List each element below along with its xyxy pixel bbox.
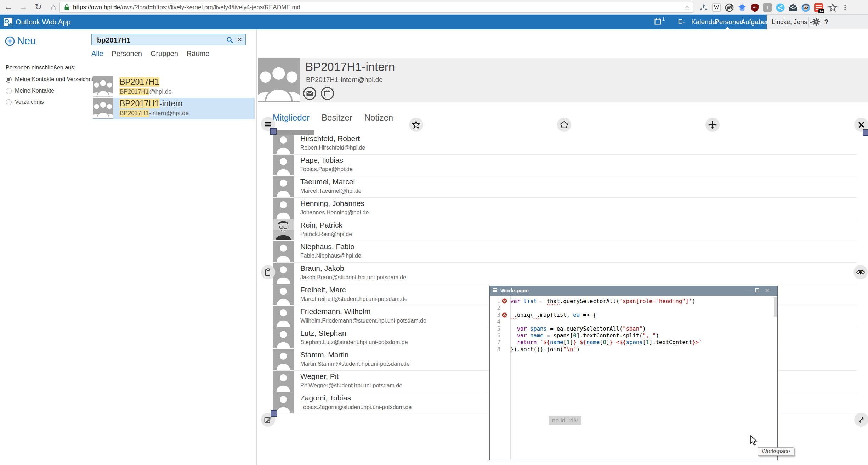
extension-no-video-icon[interactable] <box>724 2 734 13</box>
search-filter-tab[interactable]: Alle <box>91 50 103 58</box>
member-row[interactable]: Taeumel, Marcel Marcel.Taeumel@hpi.de <box>273 176 857 198</box>
contact-source-options: Meine Kontakte und Verzeichnis Meine Kon… <box>6 74 96 108</box>
member-row[interactable]: Pape, Tobias Tobias.Pape@hpi.de <box>273 155 857 176</box>
code-line[interactable]: 6 var name = spans[0].textContent.split(… <box>490 332 777 339</box>
search-filter-tab[interactable]: Gruppen <box>151 50 178 58</box>
code-text: }).sort()).join("\n") <box>508 346 580 353</box>
extension-ublock-icon[interactable]: uo <box>749 2 760 13</box>
extension-gray-icon[interactable]: I <box>762 2 773 13</box>
owa-nav-item[interactable]: Kalender <box>691 15 714 29</box>
halo-corner-handle[interactable] <box>271 410 277 417</box>
extension-wikipedia-icon[interactable]: W <box>711 2 722 13</box>
new-contact-button[interactable]: Neu <box>5 35 36 47</box>
code-line[interactable]: 5 var spans = ea.querySelectorAll("span"… <box>490 326 777 332</box>
code-line[interactable]: 2 <box>490 305 777 312</box>
contact-tab[interactable]: Besitzer <box>322 113 352 123</box>
contact-tab[interactable]: Mitglieder <box>273 113 310 123</box>
member-email: Robert.Hirschfeld@hpi.de <box>300 145 365 151</box>
extension-inbox-icon[interactable] <box>788 2 798 13</box>
contact-source-option[interactable]: Meine Kontakte und Verzeichnis <box>6 74 96 85</box>
member-row[interactable]: Henning, Johannes Johannes.Henning@hpi.d… <box>273 198 857 219</box>
halo-corner-handle[interactable] <box>863 129 868 136</box>
code-line[interactable]: 3_.uniq(_.map(list, ea => { <box>490 312 777 319</box>
member-row[interactable]: Braun, Jakob Jakob.Braun@student.hpi.uni… <box>273 263 857 284</box>
member-row[interactable]: Rein, Patrick Patrick.Rein@hpi.de <box>273 219 857 241</box>
people-search-input[interactable]: bp2017H1 ✕ <box>91 34 246 45</box>
radio-label: Verzeichnis <box>15 99 44 105</box>
search-filter-tab[interactable]: Räume <box>187 50 209 58</box>
code-text: var name = spans[0].textContent.split(",… <box>508 332 659 339</box>
reload-icon[interactable]: ↻ <box>33 2 44 12</box>
back-icon[interactable]: ← <box>3 2 14 12</box>
halo-inspect-button[interactable] <box>853 265 868 279</box>
extension-scholar-icon[interactable] <box>737 2 747 13</box>
owa-nav-item[interactable]: Personen <box>715 15 740 29</box>
extension-todoist-icon[interactable]: 14 <box>813 2 824 13</box>
search-result-row[interactable]: BP2017H1 BP2017H1@hpi.de <box>93 76 255 98</box>
halo-drag-bar[interactable] <box>277 130 314 135</box>
radio-button[interactable] <box>6 77 12 83</box>
result-email: BP2017H1@hpi.de <box>119 88 172 95</box>
pentagon-icon <box>560 121 568 129</box>
extension-recycle-icon[interactable] <box>698 2 709 13</box>
owa-nav-item[interactable]: Aufgaben <box>741 15 766 29</box>
settings-button[interactable] <box>812 18 820 27</box>
clear-search-icon[interactable]: ✕ <box>237 36 242 44</box>
radio-button[interactable] <box>6 88 12 94</box>
help-button[interactable]: ? <box>824 15 828 29</box>
minimize-button[interactable]: – <box>743 286 753 296</box>
code-text: var spans = ea.querySelectorAll("span") <box>508 326 646 332</box>
user-menu[interactable]: Lincke, Jens▾ <box>772 15 812 29</box>
contact-source-option[interactable]: Verzeichnis <box>6 96 96 108</box>
extension-share-icon[interactable] <box>775 2 785 13</box>
reminder-count-badge: 1 <box>662 17 665 22</box>
halo-corner-handle[interactable] <box>270 128 277 135</box>
line-number: 6 <box>490 332 500 339</box>
halo-move-button[interactable] <box>705 118 720 132</box>
contact-tab[interactable]: Notizen <box>364 113 393 123</box>
contact-title: BP2017H1-intern <box>305 60 395 74</box>
browser-menu-icon[interactable]: ⋮ <box>841 2 849 13</box>
radio-button[interactable] <box>6 99 12 105</box>
search-result-row[interactable]: BP2017H1-intern BP2017H1-intern@hpi.de <box>93 98 255 119</box>
search-icon[interactable] <box>226 37 233 45</box>
member-email: Marcel.Taeumel@hpi.de <box>300 188 362 194</box>
halo-resize-button[interactable] <box>854 413 868 427</box>
code-editor[interactable]: 1var list = that.querySelectorAll('span[… <box>490 296 777 460</box>
search-results-list: BP2017H1 BP2017H1@hpi.de BP2017H1-intern… <box>93 76 255 119</box>
bookmark-star-icon[interactable]: ☆ <box>684 3 690 12</box>
schedule-meeting-button[interactable] <box>321 87 334 100</box>
extension-avatar-icon[interactable] <box>800 2 811 13</box>
reminders-button[interactable]: 1 <box>654 18 664 26</box>
group-avatar <box>93 98 113 119</box>
contact-source-option[interactable]: Meine Kontakte <box>6 85 96 96</box>
owa-nav-item[interactable]: E-Mail <box>672 15 691 29</box>
halo-star-button[interactable] <box>409 118 423 132</box>
member-avatar <box>273 155 294 175</box>
forward-icon[interactable]: → <box>18 2 29 12</box>
member-avatar <box>273 219 294 240</box>
home-icon[interactable]: ⌂ <box>47 2 59 13</box>
window-menu-icon[interactable] <box>493 288 497 293</box>
member-name: Friedemann, Wilhelm <box>300 307 370 316</box>
workspace-titlebar[interactable]: Workspace – ✕ <box>490 286 777 296</box>
member-name: Wegner, Pit <box>300 372 339 381</box>
code-line[interactable]: 4 <box>490 319 777 325</box>
code-line[interactable]: 8}).sort()).join("\n") <box>490 346 777 353</box>
extension-star-icon[interactable] <box>827 2 838 13</box>
address-bar[interactable]: https://owa.hpi.de/owa/?load=https://liv… <box>59 2 693 13</box>
code-line[interactable]: 7 return `${name[1]} ${name[0]} <${spans… <box>490 339 777 346</box>
member-row[interactable]: Hirschfeld, Robert Robert.Hirschfeld@hpi… <box>273 133 857 155</box>
halo-copy-button[interactable] <box>261 265 275 279</box>
code-line[interactable]: 1var list = that.querySelectorAll('span[… <box>490 298 777 305</box>
member-row[interactable]: Niephaus, Fabio Fabio.Niephaus@hpi.de <box>273 241 857 263</box>
maximize-button[interactable] <box>753 286 762 296</box>
result-name: BP2017H1 <box>119 77 159 87</box>
send-email-button[interactable] <box>303 87 316 100</box>
code-text: return `${name[1]} ${name[0]} <${spans[1… <box>508 339 702 346</box>
close-window-button[interactable]: ✕ <box>762 286 772 296</box>
editor-scrollbar[interactable] <box>774 297 777 317</box>
search-filter-tab[interactable]: Personen <box>112 50 142 58</box>
halo-shape-button[interactable] <box>557 118 571 132</box>
todoist-badge: 14 <box>818 9 824 13</box>
